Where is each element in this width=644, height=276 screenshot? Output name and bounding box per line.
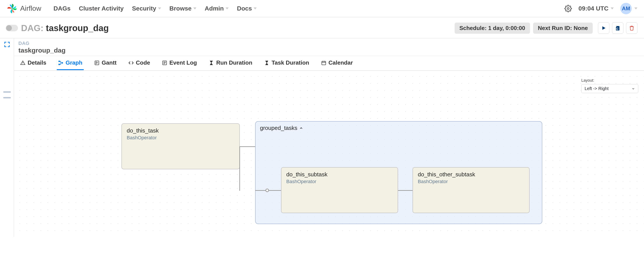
- panel-header: DAG taskgroup_dag: [14, 38, 644, 56]
- svg-rect-6: [322, 61, 326, 65]
- nav-label: Cluster Activity: [79, 5, 124, 12]
- svg-rect-1: [58, 61, 60, 62]
- dag-action-buttons: [598, 22, 638, 34]
- svg-point-0: [567, 7, 569, 9]
- task-node-name: do_this_subtask: [286, 171, 393, 178]
- tab-label: Task Duration: [272, 59, 309, 66]
- grid-strip[interactable]: [3, 97, 11, 98]
- airflow-pinwheel-icon: [6, 3, 18, 14]
- tab-gantt[interactable]: Gantt: [93, 56, 118, 70]
- gear-icon[interactable]: [564, 5, 572, 12]
- tab-label: Run Duration: [216, 59, 252, 66]
- nav-dags[interactable]: DAGs: [54, 5, 70, 12]
- nav-security[interactable]: Security: [132, 5, 161, 12]
- task-node-operator: BashOperator: [127, 135, 234, 141]
- tab-task-duration[interactable]: Task Duration: [263, 56, 310, 70]
- graph-edge: [239, 146, 240, 191]
- grid-strip[interactable]: [3, 91, 11, 93]
- chevron-up-icon: [299, 126, 303, 130]
- layout-label: Layout:: [581, 78, 638, 83]
- dag-header-row: DAG: taskgroup_dag Schedule: 1 day, 0:00…: [0, 17, 644, 38]
- tab-calendar[interactable]: Calendar: [320, 56, 354, 70]
- dag-title-name: taskgroup_dag: [46, 23, 109, 33]
- task-node-operator: BashOperator: [286, 179, 393, 184]
- graph-icon: [58, 60, 63, 65]
- user-menu[interactable]: AM: [620, 3, 638, 14]
- task-node-do-this-other-subtask[interactable]: do_this_other_subtask BashOperator: [412, 167, 530, 213]
- refresh-dag-button[interactable]: [612, 22, 624, 34]
- calendar-icon: [321, 60, 326, 65]
- toggle-knob: [6, 25, 12, 31]
- dag-title: DAG: taskgroup_dag: [21, 23, 109, 33]
- task-node-name: do_this_other_subtask: [418, 171, 524, 178]
- trigger-dag-button[interactable]: [598, 22, 609, 34]
- caret-down-icon: [226, 7, 228, 9]
- next-run-pill[interactable]: Next Run ID: None: [533, 22, 593, 34]
- nav-menu: DAGs Cluster Activity Security Browse Ad…: [54, 5, 257, 12]
- schedule-pill[interactable]: Schedule: 1 day, 0:00:00: [454, 22, 530, 34]
- dag-pause-toggle[interactable]: [6, 25, 18, 31]
- tab-label: Calendar: [328, 59, 353, 66]
- pill-text: Next Run ID: None: [538, 25, 588, 31]
- avatar-initials: AM: [622, 5, 630, 11]
- layout-select[interactable]: Left -> Right: [581, 84, 638, 93]
- clock-display[interactable]: 09:04 UTC: [578, 5, 614, 12]
- tab-label: Gantt: [102, 59, 116, 66]
- tab-code[interactable]: Code: [127, 56, 152, 70]
- content-row: DAG taskgroup_dag Details Graph Gantt Co…: [0, 38, 644, 237]
- pill-text: Schedule: 1 day, 0:00:00: [460, 25, 525, 31]
- trash-icon: [629, 25, 634, 31]
- play-icon: [601, 25, 606, 31]
- caret-down-icon: [193, 7, 196, 9]
- view-tabs: Details Graph Gantt Code Event Log Run D…: [14, 56, 644, 70]
- tab-details[interactable]: Details: [19, 56, 48, 70]
- brand[interactable]: Airflow: [6, 3, 41, 14]
- nav-docs[interactable]: Docs: [237, 5, 257, 12]
- group-name-text: grouped_tasks: [260, 125, 298, 131]
- main-panel: DAG taskgroup_dag Details Graph Gantt Co…: [14, 38, 644, 237]
- panel-title: taskgroup_dag: [18, 47, 640, 54]
- tab-label: Event Log: [170, 59, 197, 66]
- svg-rect-2: [58, 64, 60, 65]
- tab-label: Code: [136, 59, 150, 66]
- warning-icon: [20, 60, 26, 65]
- graph-edge-endpoint: [266, 189, 269, 192]
- nav-cluster-activity[interactable]: Cluster Activity: [79, 5, 124, 12]
- task-node-do-this-subtask[interactable]: do_this_subtask BashOperator: [281, 167, 398, 213]
- task-node-name: do_this_task: [127, 127, 234, 134]
- brand-text: Airflow: [20, 4, 41, 12]
- layout-value: Left -> Right: [584, 86, 609, 91]
- hourglass-icon: [209, 60, 214, 65]
- caret-down-icon: [158, 7, 161, 9]
- panel-subtitle: DAG: [18, 40, 640, 46]
- svg-rect-3: [62, 62, 63, 63]
- reparse-icon: [615, 25, 620, 31]
- left-gutter: [0, 38, 14, 237]
- tab-event-log[interactable]: Event Log: [161, 56, 198, 70]
- dag-title-prefix: DAG:: [21, 23, 44, 33]
- nav-label: DAGs: [54, 5, 70, 12]
- nav-browse[interactable]: Browse: [170, 5, 196, 12]
- nav-label: Browse: [170, 5, 192, 12]
- tab-label: Details: [28, 59, 46, 66]
- tab-graph[interactable]: Graph: [57, 56, 84, 70]
- clock-text: 09:04 UTC: [578, 5, 608, 12]
- chevron-down-icon: [632, 87, 635, 90]
- expand-icon[interactable]: [4, 41, 10, 47]
- hourglass-icon: [264, 60, 270, 65]
- gantt-icon: [94, 60, 100, 65]
- caret-down-icon: [634, 7, 638, 9]
- top-navbar: Airflow DAGs Cluster Activity Security B…: [0, 0, 644, 17]
- nav-admin[interactable]: Admin: [205, 5, 228, 12]
- task-node-do-this-task[interactable]: do_this_task BashOperator: [122, 123, 240, 169]
- task-group-title: grouped_tasks: [256, 122, 542, 134]
- tab-run-duration[interactable]: Run Duration: [207, 56, 254, 70]
- avatar: AM: [620, 3, 632, 14]
- delete-dag-button[interactable]: [626, 22, 638, 34]
- graph-canvas[interactable]: Layout: Left -> Right do_this_task BashO…: [14, 70, 644, 237]
- code-icon: [128, 60, 134, 65]
- list-icon: [162, 60, 167, 65]
- graph-edge: [398, 190, 412, 191]
- caret-down-icon: [254, 7, 257, 9]
- graph-edge: [240, 146, 255, 147]
